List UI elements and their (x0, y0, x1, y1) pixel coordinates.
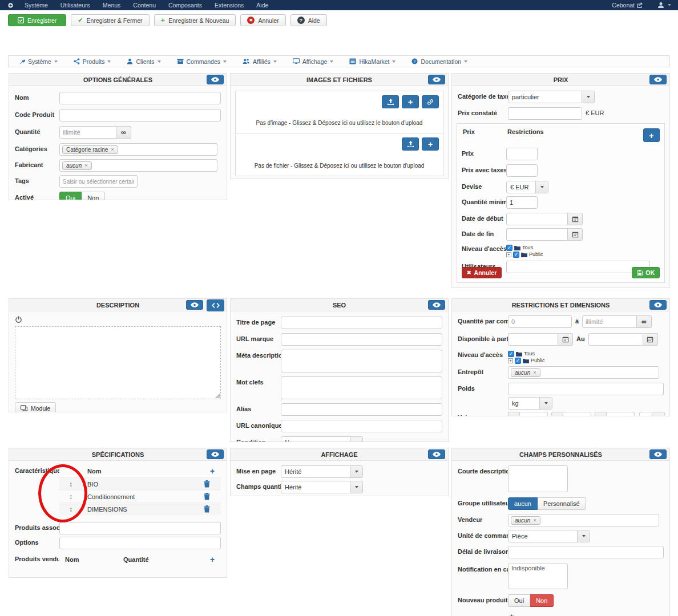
available-to-input[interactable] (588, 333, 643, 346)
checkbox-public[interactable]: ✓ (515, 358, 521, 364)
eye-toggle-button[interactable] (207, 75, 224, 84)
no-button[interactable]: Non (82, 192, 105, 200)
topbar-menu-menus[interactable]: Menus (103, 2, 121, 9)
infinity-button[interactable]: ∞ (116, 126, 131, 139)
delete-characteristic-button[interactable] (204, 493, 221, 500)
eye-toggle-button[interactable] (649, 449, 667, 459)
brand-url-input[interactable] (281, 333, 442, 346)
yes-button[interactable]: Oui (508, 594, 530, 607)
alias-input[interactable] (281, 403, 442, 416)
upload-image-button[interactable] (382, 95, 399, 108)
save-new-button[interactable]: + Enregistrer & Nouveau (154, 14, 236, 26)
volume-z-input[interactable] (606, 412, 635, 416)
order-unit-select[interactable]: Pièce (508, 530, 590, 542)
user-menu[interactable] (657, 2, 671, 9)
power-toggle-icon[interactable] (15, 316, 22, 323)
eye-toggle-button[interactable] (207, 449, 224, 459)
max-order-qty-input[interactable] (582, 315, 637, 328)
drag-handle-icon[interactable]: ↕ (59, 493, 82, 501)
checkbox-public[interactable]: ✓ (513, 252, 519, 258)
add-bundled-product-button[interactable]: + (204, 555, 221, 564)
available-from-input[interactable] (508, 333, 558, 346)
end-date-input[interactable] (506, 228, 568, 241)
nav-affilies[interactable]: Affiliés (243, 58, 277, 65)
nav-systeme[interactable]: Système (19, 58, 58, 65)
tree-expander[interactable]: + (506, 252, 511, 257)
canonical-url-input[interactable] (281, 420, 442, 432)
delete-characteristic-button[interactable] (204, 480, 221, 488)
delivery-delay-input[interactable] (508, 546, 664, 558)
resize-grip[interactable] (215, 394, 220, 398)
nav-clients[interactable]: Clients (127, 58, 160, 65)
topbar-menu-contenu[interactable]: Contenu (133, 2, 156, 9)
vendor-tagbox[interactable]: aucun × (508, 514, 659, 526)
price-cancel-button[interactable]: ✖ Annuler (462, 267, 502, 278)
calendar-button[interactable] (568, 228, 583, 241)
eye-toggle-button[interactable] (186, 300, 203, 310)
code-view-button[interactable] (207, 299, 224, 311)
save-close-button[interactable]: ✔ Enregistrer & Fermer (71, 14, 149, 26)
remove-tag-icon[interactable]: × (111, 147, 114, 152)
weight-unit-select[interactable]: kg (508, 397, 552, 410)
weight-input[interactable] (508, 383, 664, 395)
start-date-input[interactable] (506, 213, 568, 225)
add-file-button[interactable]: + (422, 137, 439, 151)
warehouse-tagbox[interactable]: aucun × (508, 366, 659, 379)
eye-toggle-button[interactable] (649, 75, 667, 84)
price-input[interactable] (506, 148, 538, 160)
remove-tag-icon[interactable]: × (533, 517, 536, 523)
eye-toggle-button[interactable] (649, 300, 667, 310)
quantity-input[interactable] (59, 126, 116, 139)
msrp-input[interactable] (508, 107, 582, 120)
condition-select[interactable]: Nouveau (281, 436, 363, 442)
joomla-logo-icon[interactable] (7, 2, 14, 9)
nav-affichage[interactable]: Affichage (293, 58, 334, 65)
keywords-textarea[interactable] (281, 376, 442, 399)
calendar-button[interactable] (558, 333, 573, 346)
description-editor[interactable] (15, 326, 221, 399)
infinity-button[interactable]: ∞ (637, 315, 652, 328)
module-button[interactable]: Module (15, 402, 56, 412)
site-preview-link[interactable]: Cebonat (612, 2, 643, 9)
custom-button[interactable]: Personnalisé (538, 497, 586, 510)
price-ok-button[interactable]: OK (632, 267, 660, 278)
delete-characteristic-button[interactable] (204, 505, 221, 513)
yes-button[interactable]: Oui (59, 192, 82, 200)
volume-y-input[interactable] (563, 412, 591, 416)
remove-tag-icon[interactable]: × (84, 163, 87, 168)
options-input[interactable] (59, 537, 221, 549)
currency-select[interactable]: € EUR (506, 181, 548, 193)
add-characteristic-button[interactable]: + (204, 467, 221, 476)
upload-file-button[interactable] (402, 137, 419, 151)
volume-x-input[interactable] (519, 412, 548, 416)
no-button[interactable]: Non (530, 594, 554, 607)
eye-toggle-button[interactable] (428, 300, 445, 310)
layout-select[interactable]: Hérité (281, 465, 363, 478)
product-code-input[interactable] (59, 109, 221, 121)
help-button[interactable]: ? Aide (290, 14, 327, 26)
eye-toggle-button[interactable] (428, 449, 445, 459)
volume-unit-select[interactable]: m (639, 412, 665, 416)
save-button[interactable]: Enregistrer (8, 14, 66, 26)
notification-textarea[interactable]: Indisponible (508, 564, 568, 589)
image-dropzone[interactable]: + Pas d'image - Glissez & Déposez ici ou… (236, 91, 443, 133)
cancel-button[interactable]: ✖ Annuler (240, 14, 285, 26)
topbar-menu-aide[interactable]: Aide (256, 2, 268, 9)
calendar-button[interactable] (643, 333, 658, 346)
checkbox-tous[interactable]: ✓ (506, 245, 512, 251)
page-title-input[interactable] (281, 317, 442, 329)
tree-expander[interactable]: + (508, 358, 513, 363)
calendar-button[interactable] (568, 213, 583, 225)
checkbox-tous[interactable]: ✓ (508, 351, 514, 357)
categories-tagbox[interactable]: Catégorie racine × (59, 143, 217, 156)
none-button[interactable]: aucun (508, 497, 538, 510)
link-image-button[interactable] (422, 95, 439, 108)
topbar-menu-systeme[interactable]: Système (25, 2, 48, 9)
file-dropzone[interactable]: + Pas de fichier - Glissez & Déposez ici… (236, 133, 443, 176)
min-order-qty-input[interactable] (508, 315, 572, 328)
topbar-menu-composants[interactable]: Composants (168, 2, 202, 9)
nav-hikamarket[interactable]: HikaMarket (349, 58, 396, 65)
remove-tag-icon[interactable]: × (533, 370, 536, 375)
nav-produits[interactable]: Produits (74, 58, 111, 65)
add-image-button[interactable]: + (402, 95, 419, 108)
